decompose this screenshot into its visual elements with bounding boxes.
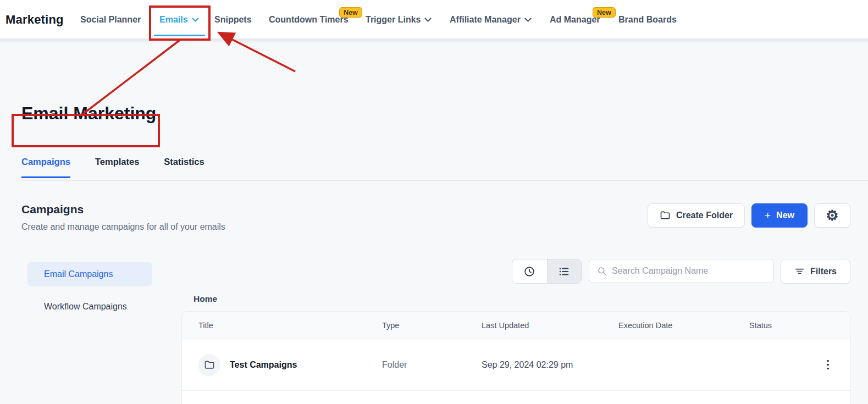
search-campaign-box [589,259,774,283]
nav-item-countdown-timers[interactable]: Countdown Timers [269,0,349,39]
tab-templates[interactable]: Templates [95,157,139,178]
search-icon [597,266,607,276]
filter-icon [794,266,805,276]
column-header-execution-date: Execution Date [618,321,749,330]
section-title: Campaigns [21,203,84,216]
app-title: Marketing [5,0,64,39]
page-tabs: Campaigns Templates Statistics [21,157,204,178]
nav-item-ad-manager[interactable]: Ad Manager [550,0,600,39]
gear-icon: ⚙ [826,208,838,223]
nav-item-emails[interactable]: Emails [159,0,199,39]
new-button[interactable]: + New [751,203,808,228]
list-view-button[interactable] [547,259,582,283]
breadcrumb[interactable]: Home [193,294,217,304]
campaigns-table: Title Type Last Updated Execution Date S… [181,311,850,404]
row-title[interactable]: Test Campaigns [230,360,297,370]
table-row[interactable]: Test Campaigns Folder Sep 29, 2024 02:29… [182,339,850,390]
search-input[interactable] [612,266,766,276]
plus-icon: + [765,209,771,222]
nav-item-affiliate-manager[interactable]: Affiliate Manager [450,0,532,39]
top-nav-bar: Marketing Social Planner Emails Snippets… [0,0,868,39]
column-header-type: Type [382,321,482,330]
view-toggle [512,259,582,284]
clock-icon [523,265,535,278]
table-row[interactable]: Untitled campaign name Draft Email Dec 0… [182,390,850,404]
tab-statistics[interactable]: Statistics [164,157,204,178]
page-title: Email Marketing [21,103,156,124]
tabs-divider [21,180,868,181]
countdown-timers-new-badge: New [339,7,362,18]
column-header-last-updated: Last Updated [482,321,618,330]
tab-campaigns[interactable]: Campaigns [21,157,70,178]
sidebar-item-workflow-campaigns[interactable]: Workflow Campaigns [27,295,152,319]
settings-button[interactable]: ⚙ [814,203,850,228]
row-actions-menu-button[interactable] [821,357,835,373]
chevron-down-icon [424,18,432,23]
main-content: Email Marketing Campaigns Templates Stat… [0,39,868,404]
column-header-title: Title [198,321,382,330]
ad-manager-new-badge: New [593,7,616,18]
nav-item-social-planner[interactable]: Social Planner [80,0,141,39]
nav-item-trigger-links[interactable]: Trigger Links [366,0,432,39]
folder-icon [198,354,220,376]
filters-button[interactable]: Filters [781,259,850,284]
create-folder-button[interactable]: Create Folder [648,203,745,228]
list-icon [558,265,570,278]
folder-icon [660,210,671,221]
table-header-row: Title Type Last Updated Execution Date S… [182,312,850,339]
section-subtitle: Create and manage campaigns for all of y… [21,222,225,232]
chevron-down-icon [192,18,199,23]
chevron-down-icon [524,18,532,23]
nav-item-snippets[interactable]: Snippets [214,0,252,39]
row-type: Folder [382,360,482,370]
nav-item-brand-boards[interactable]: Brand Boards [618,0,677,39]
column-header-status: Status [749,321,821,330]
emails-active-underline [154,35,205,36]
sidebar-item-email-campaigns[interactable]: Email Campaigns [27,262,152,286]
recent-view-button[interactable] [512,259,547,283]
row-last-updated: Sep 29, 2024 02:29 pm [482,358,586,372]
